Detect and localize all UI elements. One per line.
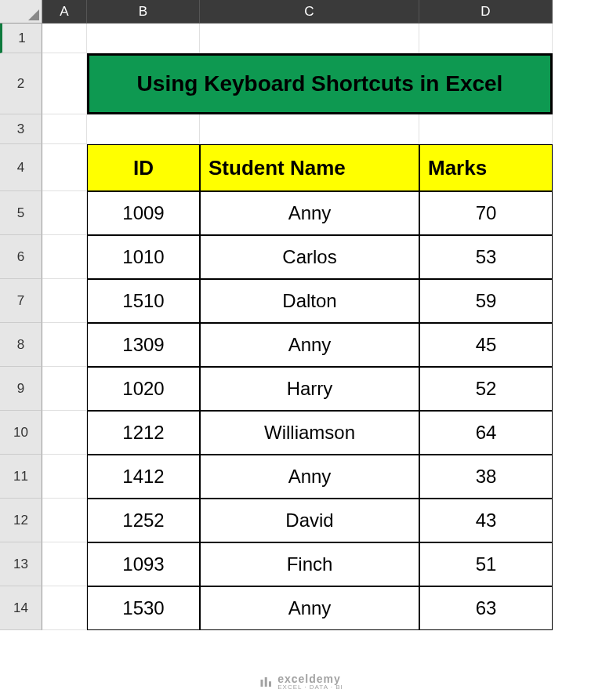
row-header-13[interactable]: 13 [0,542,42,586]
cell-id-0[interactable]: 1009 [87,191,200,235]
cell-a9[interactable] [42,367,87,411]
select-all-corner[interactable] [0,0,42,24]
cell-name-3[interactable]: Anny [200,323,419,367]
row-header-8[interactable]: 8 [0,323,42,367]
cell-c1[interactable] [200,24,419,53]
cell-id-8[interactable]: 1093 [87,542,200,586]
cell-name-7[interactable]: David [200,499,419,542]
cell-marks-9[interactable]: 63 [419,586,553,630]
cell-marks-7[interactable]: 43 [419,499,553,542]
cell-name-0[interactable]: Anny [200,191,419,235]
watermark: exceldemy EXCEL · DATA · BI [259,673,343,691]
header-marks[interactable]: Marks [419,144,553,191]
cell-a3[interactable] [42,114,87,144]
col-header-b[interactable]: B [87,0,200,24]
cell-a13[interactable] [42,542,87,586]
row-header-7[interactable]: 7 [0,279,42,323]
cell-a1[interactable] [42,24,87,53]
row-header-6[interactable]: 6 [0,235,42,279]
cell-a12[interactable] [42,499,87,542]
svg-rect-1 [265,677,267,687]
cell-name-1[interactable]: Carlos [200,235,419,279]
cell-b3[interactable] [87,114,200,144]
cell-marks-4[interactable]: 52 [419,367,553,411]
cell-d1[interactable] [419,24,553,53]
row-header-3[interactable]: 3 [0,114,42,144]
cell-marks-6[interactable]: 38 [419,455,553,499]
cell-name-9[interactable]: Anny [200,586,419,630]
cell-name-2[interactable]: Dalton [200,279,419,323]
cell-id-6[interactable]: 1412 [87,455,200,499]
col-header-c[interactable]: C [200,0,419,24]
cell-id-4[interactable]: 1020 [87,367,200,411]
cell-a5[interactable] [42,191,87,235]
cell-a8[interactable] [42,323,87,367]
row-header-10[interactable]: 10 [0,411,42,455]
cell-id-7[interactable]: 1252 [87,499,200,542]
cell-a4[interactable] [42,144,87,191]
cell-name-8[interactable]: Finch [200,542,419,586]
cell-d3[interactable] [419,114,553,144]
cell-marks-8[interactable]: 51 [419,542,553,586]
col-header-d[interactable]: D [419,0,553,24]
watermark-icon [259,675,273,689]
cell-name-5[interactable]: Williamson [200,411,419,455]
row-header-4[interactable]: 4 [0,144,42,191]
cell-marks-1[interactable]: 53 [419,235,553,279]
cell-id-2[interactable]: 1510 [87,279,200,323]
cell-name-6[interactable]: Anny [200,455,419,499]
svg-rect-0 [260,680,263,687]
cell-marks-3[interactable]: 45 [419,323,553,367]
cell-id-5[interactable]: 1212 [87,411,200,455]
row-header-9[interactable]: 9 [0,367,42,411]
col-header-a[interactable]: A [42,0,87,24]
cell-marks-5[interactable]: 64 [419,411,553,455]
row-header-14[interactable]: 14 [0,586,42,630]
cell-a7[interactable] [42,279,87,323]
row-header-12[interactable]: 12 [0,499,42,542]
cell-c3[interactable] [200,114,419,144]
row-header-2[interactable]: 2 [0,53,42,114]
header-name[interactable]: Student Name [200,144,419,191]
cell-a11[interactable] [42,455,87,499]
cell-a10[interactable] [42,411,87,455]
cell-marks-0[interactable]: 70 [419,191,553,235]
row-header-1[interactable]: 1 [0,24,42,53]
spreadsheet-grid: A B C D 1 2 Using Keyboard Shortcuts in … [0,0,602,630]
cell-a14[interactable] [42,586,87,630]
row-header-5[interactable]: 5 [0,191,42,235]
cell-a6[interactable] [42,235,87,279]
header-id[interactable]: ID [87,144,200,191]
title-banner[interactable]: Using Keyboard Shortcuts in Excel [87,53,553,114]
cell-a2[interactable] [42,53,87,114]
cell-id-9[interactable]: 1530 [87,586,200,630]
cell-marks-2[interactable]: 59 [419,279,553,323]
cell-id-3[interactable]: 1309 [87,323,200,367]
watermark-tagline: EXCEL · DATA · BI [277,684,343,691]
cell-name-4[interactable]: Harry [200,367,419,411]
cell-id-1[interactable]: 1010 [87,235,200,279]
svg-rect-2 [269,681,271,687]
row-header-11[interactable]: 11 [0,455,42,499]
cell-b1[interactable] [87,24,200,53]
